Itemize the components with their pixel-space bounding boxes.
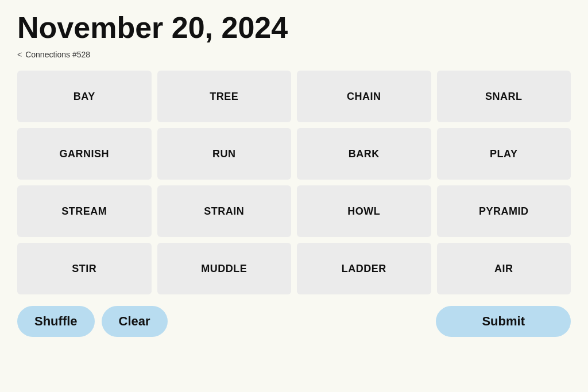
word-tile-label-stream: STREAM xyxy=(61,205,107,218)
word-tile-air[interactable]: AIR xyxy=(437,243,571,294)
word-tile-label-play: PLAY xyxy=(490,148,517,160)
breadcrumb[interactable]: < Connections #528 xyxy=(17,50,571,59)
word-tile-label-snarl: SNARL xyxy=(485,91,523,103)
page-title: November 20, 2024 xyxy=(17,11,571,44)
submit-button[interactable]: Submit xyxy=(436,306,571,337)
word-tile-pyramid[interactable]: PYRAMID xyxy=(437,185,571,237)
word-tile-label-air: AIR xyxy=(494,263,513,275)
word-grid: BAYTREECHAINSNARLGARNISHRUNBARKPLAYSTREA… xyxy=(17,71,571,294)
word-tile-label-stir: STIR xyxy=(72,263,96,275)
shuffle-button[interactable]: Shuffle xyxy=(17,306,95,337)
word-tile-tree[interactable]: TREE xyxy=(157,71,292,122)
word-tile-stir[interactable]: STIR xyxy=(17,243,152,294)
word-tile-run[interactable]: RUN xyxy=(157,128,292,180)
back-arrow-icon[interactable]: < xyxy=(17,50,22,59)
word-tile-bay[interactable]: BAY xyxy=(17,71,152,122)
word-tile-label-bay: BAY xyxy=(74,91,95,103)
word-tile-label-muddle: MUDDLE xyxy=(201,263,247,275)
word-tile-label-tree: TREE xyxy=(210,91,238,103)
action-buttons: Shuffle Clear Submit xyxy=(17,306,571,337)
word-tile-bark[interactable]: BARK xyxy=(297,128,431,180)
word-tile-ladder[interactable]: LADDER xyxy=(297,243,431,294)
word-tile-muddle[interactable]: MUDDLE xyxy=(157,243,292,294)
word-tile-label-run: RUN xyxy=(212,148,236,160)
word-tile-label-chain: CHAIN xyxy=(347,91,381,103)
word-tile-chain[interactable]: CHAIN xyxy=(297,71,431,122)
word-tile-garnish[interactable]: GARNISH xyxy=(17,128,152,180)
word-tile-stream[interactable]: STREAM xyxy=(17,185,152,237)
word-tile-snarl[interactable]: SNARL xyxy=(437,71,571,122)
breadcrumb-label: Connections #528 xyxy=(25,50,90,59)
word-tile-strain[interactable]: STRAIN xyxy=(157,185,292,237)
word-tile-play[interactable]: PLAY xyxy=(437,128,571,180)
word-tile-label-ladder: LADDER xyxy=(342,263,386,275)
word-tile-label-bark: BARK xyxy=(349,148,380,160)
word-tile-howl[interactable]: HOWL xyxy=(297,185,431,237)
clear-button[interactable]: Clear xyxy=(102,306,168,337)
word-tile-label-howl: HOWL xyxy=(347,205,380,218)
word-tile-label-pyramid: PYRAMID xyxy=(479,205,529,218)
word-tile-label-strain: STRAIN xyxy=(204,205,244,218)
word-tile-label-garnish: GARNISH xyxy=(59,148,109,160)
